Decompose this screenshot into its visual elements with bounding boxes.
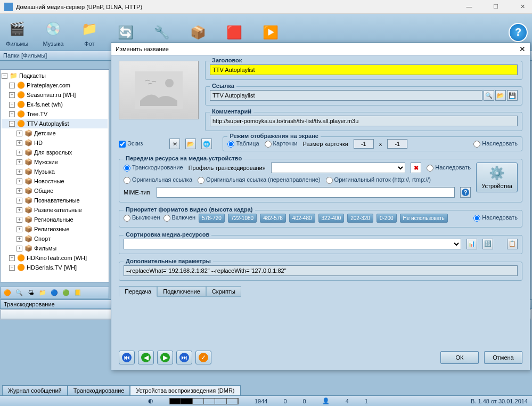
dialog-close-button[interactable]: ✕ xyxy=(519,45,526,53)
expand-icon[interactable]: + xyxy=(17,131,22,136)
height-range-2[interactable]: 482-576 xyxy=(260,214,286,223)
radio-inherit-priority[interactable]: Наследовать xyxy=(473,214,518,222)
cancel-button[interactable]: Отмена xyxy=(484,351,522,364)
sort-btn-1[interactable]: 📊 xyxy=(466,239,477,249)
height-range-1[interactable]: 722-1080 xyxy=(228,214,257,223)
tree-child[interactable]: HD xyxy=(34,140,43,146)
expand-icon[interactable]: + xyxy=(17,217,22,223)
radio-table[interactable]: Таблица xyxy=(227,140,259,148)
expand-icon[interactable]: + xyxy=(9,265,15,271)
nav-prev-button[interactable]: ◀ xyxy=(138,351,154,364)
tree-item-selected[interactable]: −🟠TTV Autoplaylist xyxy=(2,119,108,128)
expand-icon[interactable]: + xyxy=(9,255,15,261)
minimize-button[interactable]: — xyxy=(464,3,474,10)
height-range-4[interactable]: 322-400 xyxy=(318,214,345,223)
tree-item[interactable]: Tree.TV xyxy=(27,111,47,117)
sort-select[interactable] xyxy=(124,239,461,249)
height-range-3[interactable]: 402-480 xyxy=(289,214,315,223)
expand-icon[interactable]: + xyxy=(17,226,22,232)
nav-apply-button[interactable]: ✓ xyxy=(195,351,211,364)
mime-input[interactable] xyxy=(157,187,455,198)
tree-item[interactable]: HDKinoTeatr.com [WH] xyxy=(27,255,87,261)
tool-btn-1[interactable]: 🟠 xyxy=(3,288,12,297)
tab-connection[interactable]: Подключение xyxy=(157,286,206,297)
expand-icon[interactable]: + xyxy=(17,178,22,184)
link-input[interactable] xyxy=(210,90,482,101)
comment-input[interactable] xyxy=(210,116,518,126)
tool-btn-7[interactable]: 📒 xyxy=(73,288,83,297)
tree-child[interactable]: Общие xyxy=(34,188,53,194)
nav-next-button[interactable]: ▶ xyxy=(157,351,173,364)
card-width-input[interactable] xyxy=(354,139,374,149)
expand-icon[interactable]: + xyxy=(17,236,22,242)
collapse-icon[interactable]: − xyxy=(9,121,15,127)
sort-btn-3[interactable]: 📋 xyxy=(507,239,518,249)
expand-icon[interactable]: + xyxy=(17,169,22,175)
effect-btn-1[interactable]: ✳ xyxy=(169,139,180,149)
expand-icon[interactable]: + xyxy=(9,83,15,88)
tool-btn-5[interactable]: 🔵 xyxy=(50,288,59,297)
tool-btn-4[interactable]: 📁 xyxy=(38,288,47,297)
help-button[interactable]: ? xyxy=(509,23,528,42)
profile-select[interactable] xyxy=(271,163,406,173)
toolbar-item-8[interactable]: ▶️ xyxy=(258,22,283,43)
nav-first-button[interactable]: ⏮ xyxy=(119,351,135,364)
expand-icon[interactable]: + xyxy=(9,102,15,108)
tree-child[interactable]: Для взрослых xyxy=(34,149,72,156)
expand-icon[interactable]: + xyxy=(17,140,22,146)
toolbar-music[interactable]: 💿 Музыка xyxy=(40,18,66,47)
height-range-0[interactable]: 578-720 xyxy=(199,214,225,223)
expand-icon[interactable]: − xyxy=(2,73,7,79)
sort-btn-2[interactable]: 🔢 xyxy=(482,239,493,249)
close-button[interactable]: ✕ xyxy=(517,3,528,10)
tree-child[interactable]: Новостные xyxy=(34,178,64,184)
radio-transcode[interactable]: Транскодирование xyxy=(124,164,183,172)
open-button[interactable]: 📂 xyxy=(495,90,506,101)
tree-item[interactable]: Pirateplayer.com xyxy=(27,82,70,88)
delete-profile-button[interactable]: ✖ xyxy=(411,163,421,173)
expand-icon[interactable]: + xyxy=(9,111,15,117)
expand-icon[interactable]: + xyxy=(17,188,22,194)
expand-icon[interactable]: + xyxy=(17,198,22,204)
radio-cards[interactable]: Карточки xyxy=(265,140,298,148)
effect-btn-3[interactable]: 🌐 xyxy=(201,139,212,149)
toolbar-item-5[interactable]: 🔧 xyxy=(149,22,175,43)
toolbar-photos[interactable]: 📁 Фот xyxy=(77,18,102,47)
toolbar-movies[interactable]: 🎬 Фильмы xyxy=(4,18,30,47)
expand-icon[interactable]: + xyxy=(17,246,22,251)
maximize-button[interactable]: ☐ xyxy=(490,3,501,10)
folder-tree[interactable]: −📁Подкасты +🟠Pirateplayer.com +🟠Seasonva… xyxy=(0,69,109,282)
tab-scripts[interactable]: Скрипты xyxy=(206,286,241,297)
effect-btn-2[interactable]: 📂 xyxy=(185,139,196,149)
toolbar-item-4[interactable]: 🔄 xyxy=(113,22,138,43)
tab-log[interactable]: Журнал сообщений xyxy=(2,385,68,395)
tree-child[interactable]: Фильмы xyxy=(34,245,56,251)
search-button[interactable]: 🔍 xyxy=(484,90,494,101)
tree-child[interactable]: Развлекательные xyxy=(34,207,82,213)
expand-icon[interactable]: + xyxy=(17,150,22,156)
tree-child[interactable]: Религиозные xyxy=(34,226,69,232)
radio-original-stream[interactable]: Оригинальный поток (http://, rtmp://) xyxy=(326,176,431,184)
tree-child[interactable]: Музыка xyxy=(34,168,55,175)
height-range-5[interactable]: 202-320 xyxy=(347,214,373,223)
radio-inherit-transfer[interactable]: Наследовать xyxy=(427,164,471,172)
height-range-6[interactable]: 0-200 xyxy=(377,214,397,223)
ok-button[interactable]: ОК xyxy=(440,351,479,364)
expand-icon[interactable]: + xyxy=(17,159,22,165)
toolbar-item-7[interactable]: 🟥 xyxy=(222,22,247,43)
tree-item[interactable]: Ex-fs.net (wh) xyxy=(27,101,63,108)
tree-child[interactable]: Спорт xyxy=(34,236,51,242)
not-use-button[interactable]: Не использовать xyxy=(400,214,448,223)
tree-child[interactable]: Детские xyxy=(34,130,56,136)
thumbnail-checkbox[interactable]: Эскиз xyxy=(119,140,143,148)
tree-child[interactable]: Мужские xyxy=(34,159,58,165)
tree-child[interactable]: Региональные xyxy=(34,216,73,223)
mime-help-button[interactable]: ? xyxy=(460,187,471,198)
tool-btn-2[interactable]: 🔍 xyxy=(14,288,24,297)
radio-inherit-display[interactable]: Наследовать xyxy=(473,140,518,148)
tree-child[interactable]: Познавательные xyxy=(34,197,80,204)
title-input[interactable] xyxy=(210,64,518,75)
radio-priority-on[interactable]: Включен xyxy=(163,214,196,222)
tab-dmr[interactable]: Устройства воспроизведения (DMR) xyxy=(130,385,240,395)
tab-transfer[interactable]: Передача xyxy=(119,286,157,297)
